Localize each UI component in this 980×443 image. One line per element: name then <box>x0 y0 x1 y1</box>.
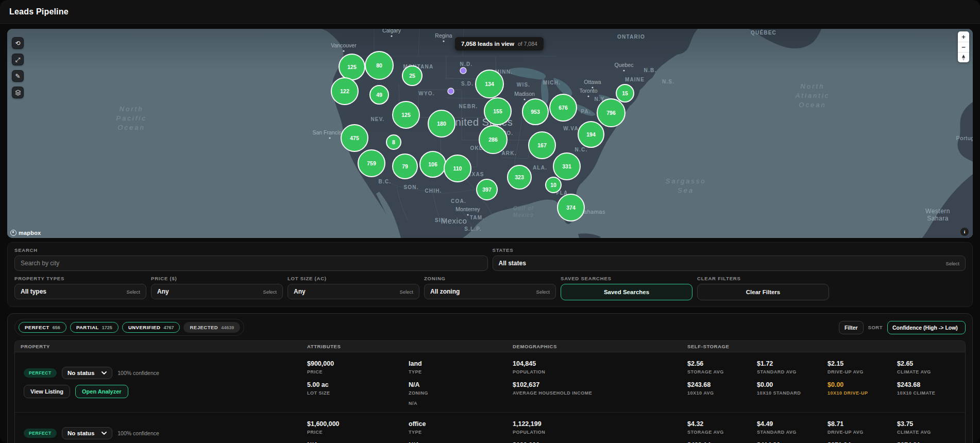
lead-cluster[interactable]: 80 <box>365 52 393 79</box>
lead-cluster[interactable]: 286 <box>479 126 507 154</box>
lead-cluster[interactable]: 397 <box>477 179 497 200</box>
info-icon[interactable]: i <box>960 228 969 236</box>
chevron-down-icon <box>102 371 107 374</box>
mapbox-attribution[interactable]: mapbox <box>10 230 41 236</box>
stat-value: $0.00 <box>757 381 827 388</box>
saved-searches-button[interactable]: Saved Searches <box>561 284 692 300</box>
zoom-out-icon[interactable]: − <box>958 42 969 52</box>
compass-glyph <box>961 55 966 61</box>
rotate-icon[interactable]: ⟲ <box>12 37 24 49</box>
map-panel[interactable]: NorthPacificOceanNorthAtlanticOceanSarga… <box>7 29 973 238</box>
stat-label: 10X10 DRIVE-UP <box>827 390 897 396</box>
map-canvas[interactable]: NorthPacificOceanNorthAtlanticOceanSarga… <box>7 29 973 238</box>
lead-cluster[interactable]: 15 <box>616 84 634 102</box>
lead-dot[interactable] <box>448 88 454 94</box>
pencil-icon[interactable]: ✎ <box>12 70 24 82</box>
svg-text:Vancouver: Vancouver <box>331 42 357 48</box>
cluster-count: 122 <box>340 88 349 94</box>
lot-size-select[interactable]: Any Select <box>288 284 419 299</box>
stat-cell: 1,122,199POPULATION <box>513 420 687 435</box>
tab-partial[interactable]: PARTIAL 1725 <box>70 322 119 333</box>
stat-value: office <box>409 420 513 428</box>
stat-label: 10X10 STANDARD <box>757 390 827 396</box>
lead-cluster[interactable]: 374 <box>557 194 584 221</box>
lead-cluster[interactable]: 79 <box>393 154 417 179</box>
view-listing-button[interactable]: View Listing <box>24 385 70 398</box>
lead-cluster[interactable]: 180 <box>428 110 455 137</box>
lead-cluster[interactable]: 194 <box>578 122 604 147</box>
zoning-select[interactable]: All zoning Select <box>424 284 556 299</box>
lead-cluster[interactable]: 110 <box>444 155 471 182</box>
lead-cluster[interactable]: 676 <box>550 94 577 121</box>
cluster-count: 8 <box>392 139 395 145</box>
stat-value: $8.71 <box>827 420 897 428</box>
lead-cluster[interactable]: 8 <box>386 135 401 149</box>
clear-filters-group: CLEAR FILTERS Clear Filters <box>697 276 829 300</box>
open-analyzer-button[interactable]: Open Analyzer <box>75 385 128 398</box>
expand-icon[interactable]: ⤢ <box>12 54 24 65</box>
status-dropdown[interactable]: No status <box>62 427 112 439</box>
lead-cluster[interactable]: 122 <box>331 78 358 105</box>
stat-label: DRIVE-UP AVG <box>827 430 897 435</box>
lead-cluster[interactable]: 134 <box>476 70 503 98</box>
col-property: PROPERTY <box>15 344 307 349</box>
clear-filters-button[interactable]: Clear Filters <box>697 284 829 300</box>
confidence-text: 100% confidence <box>117 430 159 436</box>
tab-perfect-count: 656 <box>53 325 60 330</box>
lead-cluster[interactable]: 796 <box>597 99 625 127</box>
lead-cluster[interactable]: 331 <box>553 153 580 180</box>
lead-cluster[interactable]: 323 <box>508 165 531 189</box>
status-tabs: PERFECT 656 PARTIAL 1725 UNVERIFIED 4767… <box>14 319 244 336</box>
region-label: CHIH. <box>425 188 442 194</box>
lead-cluster[interactable]: 10 <box>546 177 561 193</box>
property-types-select[interactable]: All types Select <box>14 284 146 299</box>
states-select[interactable]: All states Select <box>493 255 966 271</box>
ocean-label: NorthPacificOcean <box>116 105 146 131</box>
saved-searches-group: SAVED SEARCHES Saved Searches <box>561 276 692 300</box>
lead-cluster[interactable]: 25 <box>402 66 422 86</box>
svg-text:Calgary: Calgary <box>382 29 401 33</box>
price-action: Select <box>263 289 277 295</box>
tab-perfect[interactable]: PERFECT 656 <box>19 322 66 333</box>
cluster-count: 286 <box>488 137 498 143</box>
property-cell: PERFECTNo status100% confidenceView List… <box>15 413 307 443</box>
region-label: WIS. <box>517 82 530 88</box>
stat-label: AVERAGE HOUSEHOLD INCOME <box>513 390 687 396</box>
lead-cluster[interactable]: 106 <box>420 151 446 177</box>
tab-rejected[interactable]: REJECTED 44639 <box>183 322 240 333</box>
filters-panel: SEARCH STATES All states Select PROPERTY… <box>7 242 973 307</box>
lead-cluster[interactable]: 953 <box>522 99 548 125</box>
lead-dot[interactable] <box>460 67 466 74</box>
lead-cluster[interactable]: 167 <box>529 132 555 159</box>
lead-cluster[interactable]: 475 <box>341 125 368 151</box>
layers-glyph <box>15 90 21 96</box>
compass-icon[interactable] <box>958 52 969 62</box>
region-label: B.C. <box>379 179 392 184</box>
search-input[interactable] <box>14 255 488 271</box>
region-label: S.D. <box>461 81 474 87</box>
layers-icon[interactable] <box>12 87 24 98</box>
sort-select[interactable]: Confidence (High -> Low) <box>887 321 966 334</box>
stat-cell: $2.56STORAGE AVG <box>687 360 757 374</box>
lead-cluster[interactable]: 759 <box>358 150 385 177</box>
price-select[interactable]: Any Select <box>151 284 283 299</box>
stat-cell: N/AZONINGN/A <box>409 381 513 406</box>
zoom-in-icon[interactable]: + <box>958 31 969 42</box>
lead-cluster[interactable]: 125 <box>339 54 365 80</box>
filter-button[interactable]: Filter <box>839 321 864 334</box>
stat-label: 10X10 AVG <box>687 390 757 396</box>
cluster-count: 49 <box>376 92 382 98</box>
toolbar-right: Filter SORT Confidence (High -> Low) <box>839 321 966 334</box>
lead-cluster[interactable]: 155 <box>484 98 511 125</box>
svg-text:Regina: Regina <box>435 32 452 39</box>
col-demographics: DEMOGRAPHICS <box>513 344 687 349</box>
lead-cluster[interactable]: 49 <box>370 86 388 104</box>
property-types-value: All types <box>21 288 46 295</box>
tab-unverified[interactable]: UNVERIFIED 4767 <box>122 322 180 333</box>
place-label: Portugal <box>956 135 973 141</box>
region-label: N.D. <box>460 61 473 67</box>
status-dropdown[interactable]: No status <box>62 367 112 379</box>
lead-cluster[interactable]: 125 <box>393 101 419 128</box>
table-body: PERFECTNo status100% confidenceView List… <box>15 352 965 443</box>
price-value: Any <box>157 288 169 295</box>
